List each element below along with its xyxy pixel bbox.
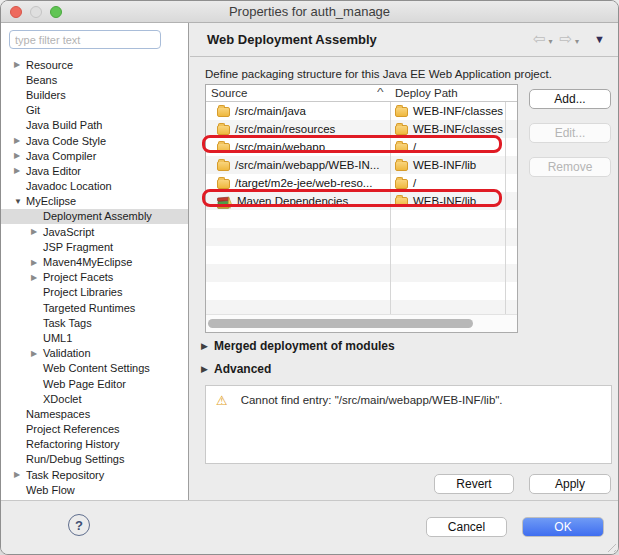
- folder-icon: [395, 161, 408, 171]
- table-row[interactable]: /src/main/resources WEB-INF/classes: [206, 120, 517, 138]
- disclosure-triangle-icon[interactable]: [14, 467, 26, 482]
- tree-item[interactable]: Java Editor: [1, 163, 188, 178]
- cancel-button[interactable]: Cancel: [426, 517, 507, 537]
- maven-library-icon: [217, 195, 232, 208]
- collapsible-section-header[interactable]: ▶ Advanced: [201, 360, 271, 378]
- disclosure-triangle-icon[interactable]: ▶: [201, 341, 214, 351]
- source-path: /src/main/resources: [235, 123, 335, 135]
- table-row[interactable]: /src/main/java WEB-INF/classes: [206, 102, 517, 120]
- help-button[interactable]: ?: [68, 514, 90, 536]
- tree-item[interactable]: Task Repository: [1, 467, 188, 482]
- back-arrow-icon[interactable]: ⇦: [533, 30, 546, 48]
- tree-item-label: Java Editor: [26, 165, 81, 177]
- tree-item[interactable]: Targeted Runtimes: [1, 300, 188, 315]
- disclosure-triangle-icon[interactable]: ▶: [201, 364, 214, 374]
- tree-item[interactable]: Run/Debug Settings: [1, 452, 188, 467]
- tree-item[interactable]: Refactoring History: [1, 437, 188, 452]
- tree-item[interactable]: Java Build Path: [1, 118, 188, 133]
- table-action-button[interactable]: Add...: [529, 89, 611, 109]
- tree-item[interactable]: JavaScript: [1, 224, 188, 239]
- tree-item[interactable]: Web Flow: [1, 482, 188, 497]
- tree-item[interactable]: Beans: [1, 72, 188, 87]
- disclosure-triangle-icon[interactable]: [31, 270, 43, 285]
- tree-item[interactable]: XDoclet: [1, 391, 188, 406]
- tree-item[interactable]: Git: [1, 103, 188, 118]
- column-header-deploy-path[interactable]: Deploy Path: [390, 85, 517, 101]
- sort-ascending-icon: ^: [377, 87, 384, 101]
- tree-item[interactable]: Validation: [1, 346, 188, 361]
- column-divider[interactable]: [390, 85, 391, 314]
- source-path: Maven Dependencies: [237, 195, 348, 207]
- warning-icon: ⚠: [216, 394, 228, 455]
- table-row[interactable]: /src/main/webapp/WEB-IN... WEB-INF/lib: [206, 156, 517, 174]
- revert-button[interactable]: Revert: [434, 474, 514, 494]
- tree-item[interactable]: Deployment Assembly: [1, 209, 188, 224]
- tree-item[interactable]: JSP Fragment: [1, 239, 188, 254]
- tree-item[interactable]: UML1: [1, 330, 188, 345]
- column-divider[interactable]: [505, 85, 506, 314]
- filter-input[interactable]: [9, 30, 161, 49]
- forward-arrow-icon[interactable]: ⇨: [560, 30, 573, 48]
- tree-item-label: Builders: [26, 89, 66, 101]
- tree-item[interactable]: Web Content Settings: [1, 361, 188, 376]
- tree-item[interactable]: Task Tags: [1, 315, 188, 330]
- ok-button[interactable]: OK: [522, 517, 604, 537]
- dialog-footer: ? Cancel OK: [1, 500, 618, 554]
- table-action-button[interactable]: Edit...: [529, 123, 611, 143]
- tree-item[interactable]: Project References: [1, 422, 188, 437]
- tree-item-label: MyEclipse: [26, 195, 76, 207]
- forward-history-dropdown-icon[interactable]: ▾: [575, 37, 579, 46]
- tree-item-label: Web Flow: [26, 484, 75, 496]
- tree-item-label: XDoclet: [43, 393, 82, 405]
- resize-grip[interactable]: [604, 540, 616, 552]
- table-row[interactable]: /src/main/webapp /: [206, 138, 517, 156]
- column-header-source[interactable]: Source ^: [206, 85, 390, 101]
- table-row-empty: [206, 246, 517, 264]
- table-row-empty: [206, 228, 517, 246]
- table-action-button[interactable]: Remove: [529, 157, 611, 177]
- folder-icon: [395, 197, 408, 207]
- tree-item-label: Deployment Assembly: [43, 210, 152, 222]
- apply-button[interactable]: Apply: [529, 474, 611, 494]
- view-menu-icon[interactable]: ▼: [594, 33, 605, 45]
- table-row-empty: [206, 210, 517, 228]
- tree-item[interactable]: Java Code Style: [1, 133, 188, 148]
- warning-text: Cannot find entry: "/src/main/webapp/WEB…: [241, 394, 503, 455]
- collapsible-section-header[interactable]: ▶ Merged deployment of modules: [201, 337, 395, 355]
- tree-item[interactable]: Maven4MyEclipse: [1, 254, 188, 269]
- table-row-empty: [206, 300, 517, 314]
- disclosure-triangle-icon[interactable]: [14, 57, 26, 72]
- disclosure-triangle-icon[interactable]: [14, 133, 26, 148]
- disclosure-triangle-icon[interactable]: [14, 148, 26, 163]
- page-title: Web Deployment Assembly: [207, 32, 377, 47]
- disclosure-triangle-icon[interactable]: [14, 194, 26, 209]
- deployment-table: Source ^ Deploy Path: [205, 84, 518, 333]
- table-row[interactable]: Maven Dependencies WEB-INF/lib: [206, 192, 517, 210]
- disclosure-triangle-icon[interactable]: [31, 346, 43, 361]
- section-label: Merged deployment of modules: [214, 339, 395, 353]
- tree-item-label: Java Compiler: [26, 150, 96, 162]
- tree-item-label: Validation: [43, 347, 91, 359]
- tree-item[interactable]: Project Facets: [1, 270, 188, 285]
- tree-item[interactable]: Java Compiler: [1, 148, 188, 163]
- tree-item[interactable]: Web Page Editor: [1, 376, 188, 391]
- tree-item[interactable]: Namespaces: [1, 406, 188, 421]
- folder-icon: [217, 143, 230, 153]
- warning-box: ⚠ Cannot find entry: "/src/main/webapp/W…: [205, 385, 612, 464]
- table-row[interactable]: /target/m2e-jee/web-reso... /: [206, 174, 517, 192]
- back-history-dropdown-icon[interactable]: ▾: [549, 37, 553, 46]
- horizontal-scrollbar-thumb[interactable]: [208, 319, 473, 328]
- disclosure-triangle-icon[interactable]: [31, 224, 43, 239]
- tree-item-label: Web Page Editor: [43, 378, 126, 390]
- tree-item[interactable]: Builders: [1, 87, 188, 102]
- tree-item[interactable]: MyEclipse: [1, 194, 188, 209]
- deploy-path: WEB-INF/lib: [413, 195, 476, 207]
- tree-item-label: Refactoring History: [26, 438, 120, 450]
- disclosure-triangle-icon[interactable]: [31, 255, 43, 270]
- tree-item[interactable]: Project Libraries: [1, 285, 188, 300]
- deploy-path: WEB-INF/classes: [413, 105, 503, 117]
- disclosure-triangle-icon[interactable]: [14, 163, 26, 178]
- horizontal-scrollbar[interactable]: [206, 314, 517, 332]
- tree-item[interactable]: Javadoc Location: [1, 179, 188, 194]
- tree-item[interactable]: Resource: [1, 57, 188, 72]
